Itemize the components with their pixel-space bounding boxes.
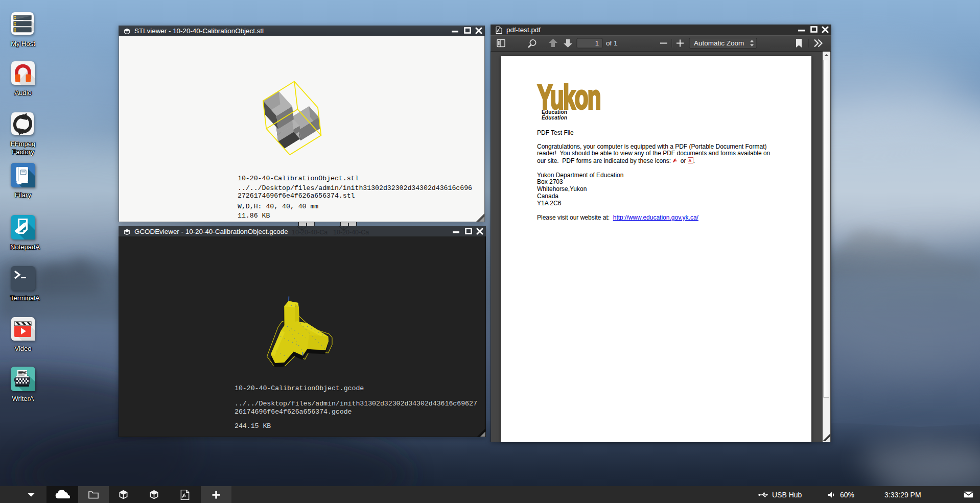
svg-text:10-20-40-Ca: 10-20-40-Ca (333, 229, 369, 236)
svg-text:A: A (688, 158, 691, 163)
svg-text:10-20-40-Ca: 10-20-40-Ca (292, 229, 328, 236)
svg-text:of 1: of 1 (606, 39, 618, 47)
svg-text:1: 1 (595, 39, 599, 47)
svg-text:Automatic Zoom: Automatic Zoom (694, 39, 744, 47)
